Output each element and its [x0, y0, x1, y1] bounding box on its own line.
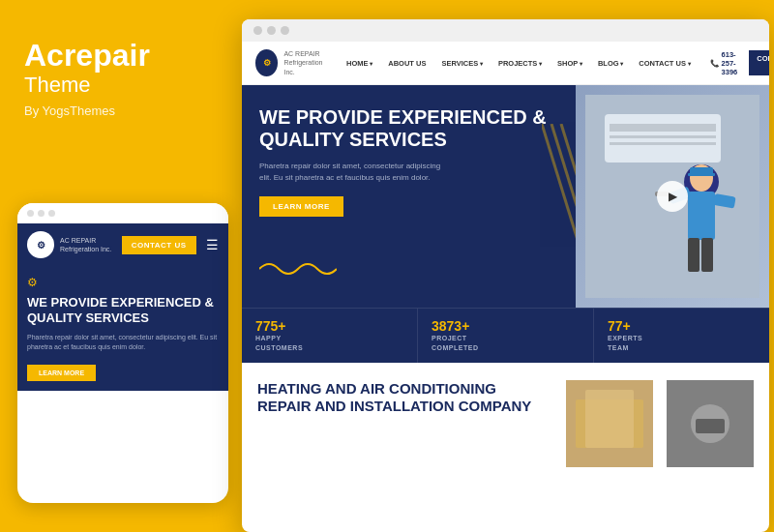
mobile-hero-para: Pharetra repair dolor sit amet, consecte…: [27, 333, 219, 352]
wave-decoration: [259, 259, 337, 279]
mobile-mockup: ⚙ AC REPAIR Refrigeration Inc. CONTACT U…: [17, 203, 228, 503]
bottom-image-1-svg: [566, 380, 653, 467]
mobile-dot-3: [48, 210, 55, 217]
svg-rect-20: [585, 390, 634, 448]
svg-rect-6: [610, 135, 716, 138]
stat-experts: 77+ EXPERTSTEAM: [594, 309, 769, 363]
stat-projects: 3873+ PROJECTCOMPLETED: [418, 309, 594, 363]
bottom-image-1: [566, 380, 653, 467]
mobile-learn-more-button[interactable]: LEARN MORE: [27, 365, 96, 381]
desktop-dot-1: [253, 26, 262, 35]
bottom-text-area: HEATING AND AIR CONDITIONING REPAIR AND …: [257, 380, 552, 467]
stat-projects-number: 3873+: [432, 318, 580, 334]
svg-rect-5: [610, 124, 716, 132]
stat-customers-number: 775+: [255, 318, 403, 334]
stat-projects-label: PROJECTCOMPLETED: [432, 334, 580, 353]
desktop-mockup: ⚙ AC REPAIR Refrigeration Inc. HOME ABOU…: [242, 19, 769, 532]
mobile-gear-icon: ⚙: [27, 276, 219, 289]
desktop-logo-text: AC REPAIR Refrigeration Inc.: [283, 49, 327, 75]
nav-contact[interactable]: CONTACT US: [635, 57, 694, 70]
nav-home[interactable]: HOME: [342, 57, 376, 70]
mobile-title-bar: [17, 203, 228, 223]
hero-para: Pharetra repair dolor sit amet, consecte…: [259, 161, 453, 184]
svg-rect-23: [696, 419, 725, 433]
desktop-dot-3: [281, 26, 289, 35]
svg-rect-7: [610, 142, 716, 145]
nav-phone: 📞 613-257-3396: [710, 50, 738, 76]
svg-rect-16: [688, 238, 700, 272]
nav-blog[interactable]: BLOG: [594, 57, 627, 70]
svg-rect-17: [701, 238, 713, 272]
play-button[interactable]: ▶: [657, 181, 688, 212]
stat-customers: 775+ HAPPYCUSTOMERS: [242, 309, 418, 363]
nav-services[interactable]: SERVICES: [437, 57, 486, 70]
nav-shop[interactable]: SHOP: [553, 57, 586, 70]
theme-subtitle: Theme: [24, 73, 213, 98]
desktop-logo: ⚙ AC REPAIR Refrigeration Inc.: [255, 49, 327, 76]
mobile-contact-button[interactable]: CONTACT US: [122, 236, 196, 254]
desktop-nav: ⚙ AC REPAIR Refrigeration Inc. HOME ABOU…: [242, 42, 769, 85]
hero-title: WE PROVIDE EXPERIENCED & QUALITY SERVICE…: [259, 106, 558, 151]
bottom-image-2: [667, 380, 754, 467]
mobile-dot-1: [27, 210, 34, 217]
stat-customers-label: HAPPYCUSTOMERS: [255, 334, 403, 353]
stat-experts-label: EXPERTSTEAM: [608, 334, 756, 353]
desktop-title-bar: [242, 19, 769, 42]
theme-title: Acrepair: [24, 39, 213, 73]
mobile-logo-icon: ⚙: [27, 231, 54, 258]
mobile-logo: ⚙ AC REPAIR Refrigeration Inc.: [27, 231, 111, 258]
svg-rect-12: [688, 192, 715, 240]
left-panel: Acrepair Theme By YogsThemes ⚙ AC REPAIR…: [0, 0, 237, 532]
desktop-hero: WE PROVIDE EXPERIENCED & QUALITY SERVICE…: [242, 85, 769, 308]
desktop-dot-2: [267, 26, 276, 35]
bottom-image-2-svg: [667, 380, 754, 467]
desktop-logo-icon: ⚙: [255, 49, 278, 76]
desktop-bottom-section: HEATING AND AIR CONDITIONING REPAIR AND …: [242, 363, 769, 485]
stat-experts-number: 77+: [608, 318, 756, 334]
stats-bar: 775+ HAPPYCUSTOMERS 3873+ PROJECTCOMPLET…: [242, 308, 769, 363]
hamburger-icon[interactable]: ☰: [206, 237, 219, 252]
nav-about[interactable]: ABOUT US: [384, 57, 430, 70]
mobile-hero-title: WE PROVIDE EXPERIENCED & QUALITY SERVICE…: [27, 295, 219, 325]
mobile-dot-2: [38, 210, 45, 217]
bottom-title: HEATING AND AIR CONDITIONING REPAIR AND …: [257, 380, 552, 415]
by-text: By YogsThemes: [24, 103, 213, 118]
mobile-logo-text: AC REPAIR Refrigeration Inc.: [60, 236, 111, 253]
nav-contact-button[interactable]: CONTACT US: [749, 50, 769, 75]
nav-projects[interactable]: PROJECTS: [494, 57, 546, 70]
mobile-header: ⚙ AC REPAIR Refrigeration Inc. CONTACT U…: [17, 223, 228, 266]
hero-image: ▶: [576, 85, 769, 308]
svg-rect-11: [688, 173, 715, 176]
mobile-body: ⚙ WE PROVIDE EXPERIENCED & QUALITY SERVI…: [17, 266, 228, 391]
phone-icon: 📞: [710, 59, 719, 68]
hero-learn-more-button[interactable]: LEARN MORE: [259, 196, 343, 217]
hero-content: WE PROVIDE EXPERIENCED & QUALITY SERVICE…: [242, 85, 576, 308]
